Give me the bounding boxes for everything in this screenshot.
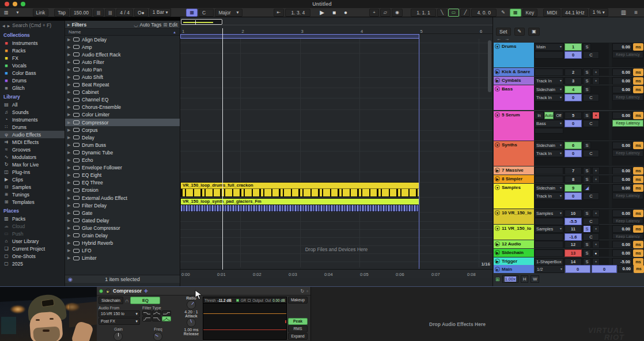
link-button[interactable]: Link	[33, 9, 49, 17]
hot-swap-icon[interactable]: ↻	[300, 289, 304, 294]
sidebar-item-push[interactable]: ▭Push	[0, 230, 65, 237]
expand-arrow-icon[interactable]: ▶	[67, 173, 71, 177]
track-number[interactable]: 3	[565, 77, 582, 85]
main-pan-value[interactable]: 0	[565, 265, 590, 273]
device-row-gated-delay[interactable]: ▶Gated Delay	[65, 217, 180, 224]
post-fx-selector[interactable]: Post FX▾	[99, 318, 140, 325]
volume-value[interactable]: 0	[565, 120, 582, 127]
play-circle-icon[interactable]: ▶	[495, 69, 500, 74]
sidebar-item-2025[interactable]: ▢2025	[0, 260, 65, 267]
expand-arrow-icon[interactable]: ▶	[67, 158, 71, 162]
expand-arrow-icon[interactable]: ▶	[67, 60, 71, 65]
track-row-cymbals[interactable]: ▶CymbalsTrack In▾3S●0.00ms	[494, 77, 644, 85]
filter-bell-icon[interactable]	[152, 310, 161, 316]
device-row-erosion[interactable]: ▶Erosion	[65, 187, 180, 194]
monitor-option-in[interactable]: In	[535, 112, 544, 119]
sidebar-item-clips[interactable]: ▶Clips	[0, 176, 65, 183]
sidebar-item-audio-effects[interactable]: ψAudio Effects	[0, 131, 65, 138]
sidebar-item-tunings[interactable]: ≋Tunings	[0, 191, 65, 198]
follow-button[interactable]: ⇤	[274, 9, 285, 17]
track-row-samples[interactable]: ▾SamplesSidechain▾9◢Track In▾0C0.00msKee…	[494, 184, 644, 209]
rms-button[interactable]: RMS	[288, 325, 308, 332]
track-delay-unit[interactable]: ms	[633, 167, 643, 175]
pan-value[interactable]: C	[583, 94, 599, 101]
track-delay-value[interactable]: 0.00	[612, 241, 632, 248]
track-delay-unit[interactable]: ms	[633, 112, 643, 119]
device-row-external-audio-effect[interactable]: ▶External Audio Effect	[65, 194, 180, 202]
routing-selector[interactable]: Samples▾	[535, 225, 563, 233]
attack-knob[interactable]	[187, 318, 196, 327]
track-row-synths[interactable]: ▾SynthsSidechain▾6STrack In▾0C0.00msKeep…	[494, 141, 644, 166]
track-delay-value[interactable]: 0.00	[612, 225, 632, 233]
expand-arrow-icon[interactable]: ▶	[67, 165, 71, 170]
fold-chevron-icon[interactable]: ▾	[495, 226, 500, 231]
volume-value[interactable]: 0	[565, 94, 582, 101]
track-name[interactable]: ▾11 VR_150_lo	[494, 225, 534, 240]
layout-selector-icon[interactable]: ▥	[1, 9, 12, 17]
routing-selector[interactable]: Sidechain▾	[535, 142, 563, 149]
track-name[interactable]: ▾Synths	[494, 141, 534, 166]
expand-arrow-icon[interactable]: ▶	[67, 143, 71, 147]
sidechain-toggle[interactable]: Sidechain	[99, 297, 123, 304]
session-view-icon[interactable]: ▥	[618, 9, 630, 17]
device-row-amp[interactable]: ▶Amp	[65, 43, 180, 51]
device-row-gate[interactable]: ▶Gate	[65, 209, 180, 217]
record-arm-button[interactable]: ●	[592, 69, 600, 76]
sidebar-item-fx[interactable]: ■FX	[0, 54, 65, 62]
edit-icon[interactable]: ⊞	[163, 22, 167, 28]
device-row-beat-repeat[interactable]: ▶Beat Repeat	[65, 81, 180, 89]
fold-chevron-icon[interactable]: ▾	[495, 44, 500, 49]
track-name[interactable]: ▾5 Serum	[494, 111, 534, 141]
track-number[interactable]: 9	[565, 184, 582, 192]
sidebar-item-instruments[interactable]: ■Instruments	[0, 39, 65, 47]
track-delay-unit[interactable]: ms	[633, 225, 643, 233]
device-row-dynamic-tube[interactable]: ▶Dynamic Tube	[65, 149, 180, 156]
forward-icon[interactable]: ▶	[7, 24, 10, 28]
track-delay-value[interactable]: 0.00	[612, 184, 632, 192]
expand-arrow-icon[interactable]: ▶	[67, 233, 71, 238]
routing-selector-3[interactable]	[535, 128, 563, 134]
volume-value[interactable]: 0	[565, 192, 582, 200]
routing-selector-2[interactable]	[535, 51, 563, 59]
expand-arrow-icon[interactable]: ▶	[67, 90, 71, 94]
track-name[interactable]: ▶Kick & Snare	[494, 68, 534, 76]
fold-chevron-icon[interactable]: ▾	[495, 185, 500, 190]
track-row-8-simpler[interactable]: ▶8 Simpler8S●0.00ms	[494, 175, 644, 183]
track-row-kick-snare[interactable]: ▶Kick & Snare2S●0.00ms	[494, 68, 644, 76]
edit-button[interactable]: Edit	[169, 22, 177, 28]
solo-button[interactable]: S	[583, 86, 591, 93]
track-delay-unit[interactable]: ms	[633, 184, 643, 192]
track-delay-unit[interactable]: ms	[633, 43, 643, 51]
sidebar-item-midi-effects[interactable]: ⇉MIDI Effects	[0, 138, 65, 146]
solo-button[interactable]: S	[583, 241, 591, 248]
routing-selector[interactable]: Sidechain▾	[535, 184, 563, 192]
device-row-cabinet[interactable]: ▶Cabinet	[65, 89, 180, 96]
track-delay-unit[interactable]: ms	[633, 77, 643, 85]
keep-latency-button[interactable]: Keep Latency	[612, 120, 643, 127]
overdub-button[interactable]: +	[369, 9, 379, 17]
sidebar-item-vocals[interactable]: ■Vocals	[0, 62, 65, 69]
routing-selector[interactable]: Main▾	[535, 43, 563, 51]
pan-value[interactable]: C	[583, 192, 599, 200]
fit-height-button[interactable]: H	[521, 275, 528, 283]
record-arm-button[interactable]: ●	[592, 241, 600, 248]
track-number[interactable]: 10	[565, 210, 582, 217]
play-button[interactable]: ▶	[316, 9, 328, 17]
sidebar-item-modulators[interactable]: ∿Modulators	[0, 153, 65, 161]
freq-knob[interactable]	[153, 332, 162, 341]
device-row-auto-shift[interactable]: ▶Auto Shift	[65, 73, 180, 81]
track-delay-value[interactable]: 0.00	[612, 176, 632, 183]
volume-value[interactable]: 0	[565, 51, 582, 59]
keep-latency-button[interactable]: Keep Latency	[612, 218, 643, 223]
search-bar[interactable]: ◀ ▶ Search (Cmd + F)	[0, 21, 65, 30]
pan-value[interactable]: C	[583, 150, 599, 157]
sidebar-item-drums[interactable]: ■Drums	[0, 77, 65, 84]
threshold-value[interactable]: -11.2 dB	[218, 298, 232, 302]
device-row-eq-eight[interactable]: ▶EQ Eight	[65, 172, 180, 179]
key-map-button[interactable]: Key	[522, 9, 538, 17]
sidebar-item-one-shots[interactable]: ▢One-Shots	[0, 252, 65, 260]
draw-automation-icon[interactable]: ✎	[514, 28, 525, 36]
expand-arrow-icon[interactable]: ▶	[67, 226, 71, 230]
expand-arrow-icon[interactable]: ▶	[67, 248, 71, 253]
record-arm-button[interactable]: ●	[592, 210, 600, 217]
